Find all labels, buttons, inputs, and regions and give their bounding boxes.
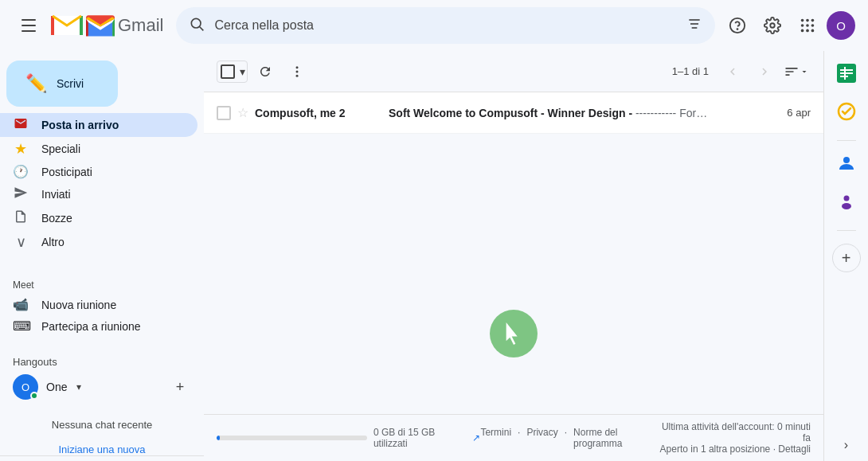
refresh-button[interactable] — [251, 57, 280, 86]
svg-point-15 — [806, 24, 809, 27]
sent-label: Inviati — [41, 188, 71, 201]
hangouts-section: Hangouts O One ▾ + — [0, 350, 204, 406]
svg-point-17 — [801, 29, 804, 33]
sidebar-item-snoozed[interactable]: 🕐 Posticipati — [0, 161, 197, 182]
storage-text: 0 GB di 15 GB utilizzati — [373, 427, 467, 449]
hamburger-menu-button[interactable] — [13, 10, 45, 41]
sidebar-bottom: 🤖 — [0, 455, 204, 461]
topbar-right: O — [721, 10, 855, 41]
right-panel: ▾ 1–1 di 1 — [204, 51, 823, 461]
page-info: 1–1 di 1 — [672, 65, 709, 77]
sidebar-item-drafts[interactable]: Bozze — [0, 206, 197, 230]
sort-button[interactable] — [782, 57, 811, 86]
snoozed-label: Posticipati — [41, 166, 92, 178]
svg-point-3 — [192, 18, 201, 28]
footer-link-program[interactable]: Norme del programma — [573, 427, 659, 449]
hangout-status-indicator — [30, 392, 38, 400]
right-sidebar-collapse-arrow[interactable]: › — [837, 436, 856, 455]
more-options-button[interactable] — [283, 57, 311, 86]
svg-rect-24 — [840, 69, 853, 71]
next-page-button[interactable] — [750, 57, 779, 86]
sent-icon — [13, 186, 29, 203]
search-bar[interactable]: Cerca nella posta — [176, 7, 715, 44]
sidebar: ✏️ Scrivi Posta in arrivo ★ Speciali 🕐 P… — [0, 51, 204, 461]
inbox-icon — [13, 116, 29, 134]
svg-point-30 — [843, 157, 850, 163]
svg-rect-27 — [844, 67, 846, 80]
storage-link-icon[interactable]: ↗ — [472, 432, 480, 443]
email-content-area — [204, 253, 823, 414]
prev-page-button[interactable] — [718, 57, 747, 86]
drafts-label: Bozze — [41, 212, 72, 225]
email-snippet: ----------- For… — [635, 107, 707, 119]
footer-links: Termini · Privacy · Norme del programma — [480, 427, 659, 449]
search-filter-icon[interactable] — [686, 16, 702, 35]
sidebar-item-inbox[interactable]: Posta in arrivo — [0, 113, 197, 137]
footer-activity: Ultima attività dell'account: 0 minuti f… — [659, 421, 811, 443]
sidebar-item-more[interactable]: ∨ Altro — [0, 230, 197, 254]
right-sidebar-sheets-icon[interactable] — [831, 57, 862, 89]
cursor-indicator — [490, 310, 538, 357]
right-sidebar-tasks-icon[interactable] — [831, 96, 862, 127]
user-avatar[interactable]: O — [827, 11, 855, 40]
svg-point-21 — [296, 70, 299, 72]
select-dropdown-button[interactable]: ▾ — [238, 65, 247, 78]
email-checkbox[interactable] — [217, 106, 231, 120]
right-sidebar: + › — [823, 51, 868, 461]
email-subject: Soft Welcome to Compusoft - Winner Desig… — [389, 107, 768, 119]
footer-storage: 0 GB di 15 GB utilizzati ↗ — [217, 427, 480, 449]
sidebar-item-join-meeting[interactable]: ⌨ Partecipa a riunione — [0, 315, 197, 337]
email-star-icon[interactable]: ☆ — [237, 105, 248, 120]
main-layout: ✏️ Scrivi Posta in arrivo ★ Speciali 🕐 P… — [0, 51, 868, 461]
apps-button[interactable] — [792, 10, 823, 41]
help-button[interactable] — [721, 10, 753, 41]
right-sidebar-contacts-icon[interactable] — [831, 147, 862, 179]
email-row[interactable]: ☆ Compusoft, me 2 Soft Welcome to Compus… — [204, 92, 823, 134]
toolbar-left: ▾ — [217, 57, 311, 86]
hangout-avatar: O — [13, 374, 38, 400]
svg-point-13 — [811, 19, 815, 22]
svg-point-11 — [801, 19, 804, 22]
sidebar-item-new-meeting[interactable]: 📹 Nuova riunione — [0, 294, 197, 315]
svg-point-16 — [811, 24, 815, 27]
svg-line-4 — [200, 26, 204, 30]
storage-bar — [217, 436, 367, 440]
compose-button[interactable]: ✏️ Scrivi — [6, 61, 118, 107]
more-icon: ∨ — [13, 233, 29, 251]
footer-link-terms[interactable]: Termini — [480, 427, 511, 449]
search-input-placeholder: Cerca nella posta — [214, 18, 677, 33]
start-new-chat-link[interactable]: Iniziane una nuova — [0, 443, 204, 455]
drafts-icon — [13, 209, 29, 227]
gmail-logo: Gmail — [51, 14, 163, 37]
select-all-checkbox[interactable] — [221, 64, 235, 79]
svg-point-19 — [811, 29, 815, 33]
compose-label: Scrivi — [57, 77, 84, 90]
right-sidebar-people-icon[interactable] — [831, 186, 862, 217]
footer-location: Aperto in 1 altra posizione · Dettagli — [659, 443, 811, 455]
svg-point-20 — [296, 66, 299, 68]
meet-section-label: Meet — [0, 273, 204, 294]
svg-rect-25 — [840, 72, 853, 74]
svg-point-22 — [296, 74, 299, 76]
snoozed-icon: 🕐 — [13, 164, 29, 179]
footer-link-privacy[interactable]: Privacy — [526, 427, 557, 449]
gmail-m-icon — [86, 14, 115, 37]
hangout-user-name[interactable]: One — [46, 381, 67, 393]
svg-point-32 — [842, 203, 851, 209]
footer-details-link[interactable]: Dettagli — [778, 443, 811, 455]
starred-label: Speciali — [41, 143, 80, 155]
starred-icon: ★ — [13, 140, 29, 158]
topbar: Gmail Cerca nella posta — [0, 0, 868, 51]
hangout-dropdown-icon[interactable]: ▾ — [76, 381, 81, 393]
email-list: ☆ Compusoft, me 2 Soft Welcome to Compus… — [204, 92, 823, 253]
footer-right: Ultima attività dell'account: 0 minuti f… — [659, 421, 811, 455]
settings-button[interactable] — [757, 10, 788, 41]
no-recent-chat-text: Nessuna chat recente — [0, 406, 204, 443]
sidebar-item-starred[interactable]: ★ Speciali — [0, 137, 197, 161]
right-sidebar-add-button[interactable]: + — [832, 244, 861, 272]
add-hangout-button[interactable]: + — [169, 376, 191, 398]
toolbar-right: 1–1 di 1 — [666, 57, 811, 86]
svg-point-10 — [770, 23, 775, 28]
sidebar-item-sent[interactable]: Inviati — [0, 182, 197, 206]
right-sidebar-divider-2 — [837, 230, 856, 231]
